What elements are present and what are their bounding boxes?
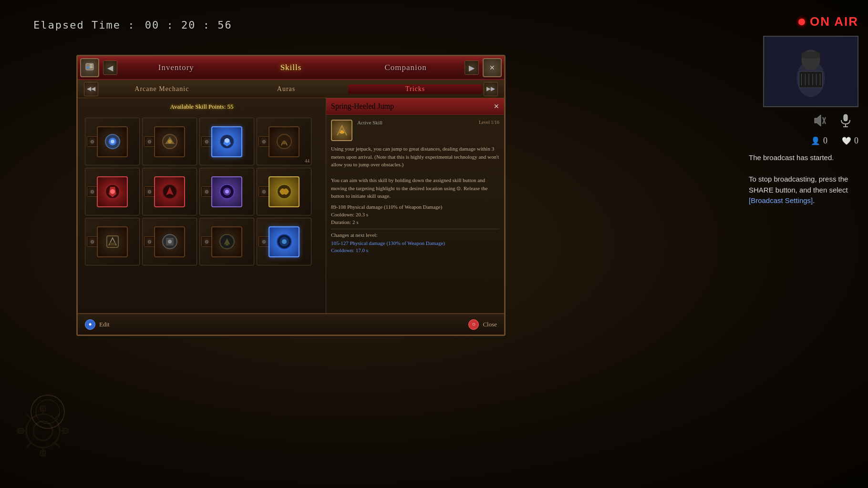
skill-cell-10[interactable]: ⚙: [142, 218, 197, 265]
skill-side-9: ⚙: [87, 236, 97, 247]
available-points: Available Skill Points: 55: [83, 103, 321, 111]
skill-corner-4: 44: [305, 158, 310, 163]
panel-footer: ● Edit ○ Close: [78, 313, 504, 335]
skill-side-1: ⚙: [87, 136, 97, 147]
hearts-icon: 🤍: [842, 136, 851, 145]
svg-rect-55: [110, 243, 115, 245]
skill-detail-header: Spring-Heeled Jump ✕: [326, 98, 504, 115]
skill-side-12: ⚙: [258, 236, 269, 247]
skill-damage: 89-108 Physical damage (110% of Weapon D…: [331, 204, 499, 210]
sub-nav-left[interactable]: ◀◀: [84, 82, 98, 96]
skill-cell-3[interactable]: ⚙: [199, 118, 254, 165]
microphone-icon[interactable]: [837, 112, 854, 129]
svg-line-9: [55, 443, 60, 447]
game-panel: ◀ Inventory Skills Companion ▶ ✕ ◀◀ Arca…: [76, 55, 506, 336]
skill-icon-4: [269, 126, 300, 157]
skill-cell-11[interactable]: ⚙: [199, 218, 254, 265]
broadcast-message: The broadcast has started. To stop broad…: [749, 152, 858, 206]
svg-line-8: [26, 443, 31, 447]
skill-icon-12: [269, 226, 300, 257]
skill-cell-4[interactable]: ⚙ 44: [257, 118, 311, 165]
menu-icon-btn[interactable]: [80, 58, 99, 77]
skill-icon-8: [269, 176, 300, 207]
broadcast-line2: To stop broadcasting, press the SHARE bu…: [749, 175, 848, 204]
skill-icon-9: [97, 226, 128, 257]
webcam-preview: [763, 36, 858, 107]
sub-nav-right[interactable]: ▶▶: [484, 82, 498, 96]
skill-cell-9[interactable]: ⚙: [85, 218, 140, 265]
tab-skills[interactable]: Skills: [234, 63, 349, 72]
skill-icon-7: [211, 176, 242, 207]
skill-thumbnail: [331, 120, 352, 141]
on-air-indicator: ON AIR: [798, 14, 858, 29]
nav-right-btn[interactable]: ▶: [465, 61, 479, 75]
skill-next-level: Changes at next level: 105-127 Physical …: [331, 229, 499, 254]
sub-tab-arcane[interactable]: Arcane Mechanic: [100, 85, 224, 93]
skill-icon-11: [211, 226, 242, 257]
stats-bar: 👤 0 🤍 0: [811, 136, 858, 146]
svg-point-15: [36, 400, 60, 424]
panel-header: ◀ Inventory Skills Companion ▶ ✕: [78, 56, 504, 80]
nav-left-btn[interactable]: ◀: [103, 61, 117, 75]
svg-rect-30: [844, 114, 847, 121]
hearts-stat: 🤍 0: [842, 136, 858, 146]
close-button[interactable]: ○ Close: [468, 319, 497, 330]
skill-description: Using your jetpack, you can jump to grea…: [331, 145, 499, 200]
skill-icon-6: [154, 176, 185, 207]
skill-icon-5: [97, 176, 128, 207]
skill-icon-2: [154, 126, 185, 157]
close-label: Close: [483, 321, 497, 328]
skill-next-cooldown: Cooldown: 17.0 s: [331, 247, 499, 254]
mute-icon[interactable]: [811, 112, 827, 129]
skill-cell-7[interactable]: ⚙: [199, 168, 254, 215]
skill-side-6: ⚙: [144, 186, 155, 197]
skill-detail-panel: Spring-Heeled Jump ✕ Level 1/16: [326, 98, 504, 335]
on-air-dot: [798, 19, 805, 25]
viewers-icon: 👤: [811, 136, 820, 145]
viewers-stat: 👤 0: [811, 136, 827, 146]
svg-rect-19: [802, 51, 820, 59]
svg-point-63: [282, 239, 287, 244]
skill-cell-5[interactable]: ⚙: [85, 168, 140, 215]
sub-tab-auras[interactable]: Auras: [224, 85, 349, 93]
skill-detail-close-btn[interactable]: ✕: [494, 102, 499, 111]
svg-point-46: [282, 141, 286, 144]
skill-cell-12[interactable]: ⚙: [257, 218, 311, 265]
sub-tab-tricks[interactable]: Tricks: [348, 84, 482, 94]
skill-icon-10: [154, 226, 185, 257]
skills-grid-container: Available Skill Points: 55 ⚙: [78, 98, 326, 335]
skill-side-10: ⚙: [144, 236, 155, 247]
skill-icon-3: [211, 126, 242, 157]
close-header-btn[interactable]: ✕: [483, 58, 502, 77]
skill-side-4: ⚙: [258, 136, 269, 147]
skill-side-7: ⚙: [201, 186, 212, 197]
edit-button[interactable]: ● Edit: [85, 319, 110, 330]
stream-controls: [811, 112, 854, 129]
skill-cell-6[interactable]: ⚙: [142, 168, 197, 215]
broadcast-line1: The broadcast has started.: [749, 153, 834, 162]
panel-subheader: ◀◀ Arcane Mechanic Auras Tricks ▶▶: [78, 80, 504, 98]
skill-cell-2[interactable]: ⚙: [142, 118, 197, 165]
svg-point-44: [225, 138, 229, 143]
elapsed-time: Elapsed Time : 00 : 20 : 56: [33, 19, 232, 31]
skill-type: Level 1/16 Active Skill: [357, 120, 499, 125]
skill-icon-1: [97, 126, 128, 157]
tab-companion[interactable]: Companion: [348, 63, 463, 72]
edit-label: Edit: [99, 321, 110, 328]
skill-cell-8[interactable]: ⚙: [257, 168, 311, 215]
skill-detail-title: Spring-Heeled Jump: [331, 102, 394, 111]
svg-point-52: [225, 190, 229, 193]
skill-detail-body: Level 1/16 Active Skill Using your jetpa…: [326, 115, 504, 335]
tab-inventory[interactable]: Inventory: [119, 63, 234, 72]
svg-rect-60: [226, 244, 228, 245]
circle-decoration: [29, 393, 67, 431]
skills-area: Available Skill Points: 55 ⚙: [78, 98, 504, 335]
viewers-count: 0: [823, 136, 827, 146]
skill-info-row: Level 1/16 Active Skill: [331, 120, 499, 141]
skill-cell-1[interactable]: ⚙: [85, 118, 140, 165]
close-icon: ○: [468, 319, 479, 330]
skill-next-damage: 105-127 Physical damage (130% of Weapon …: [331, 240, 499, 247]
skill-duration: Duration: 2 s: [331, 219, 499, 225]
skill-side-8: ⚙: [258, 186, 269, 197]
broadcast-settings-highlight: [Broadcast Settings]: [749, 196, 813, 204]
